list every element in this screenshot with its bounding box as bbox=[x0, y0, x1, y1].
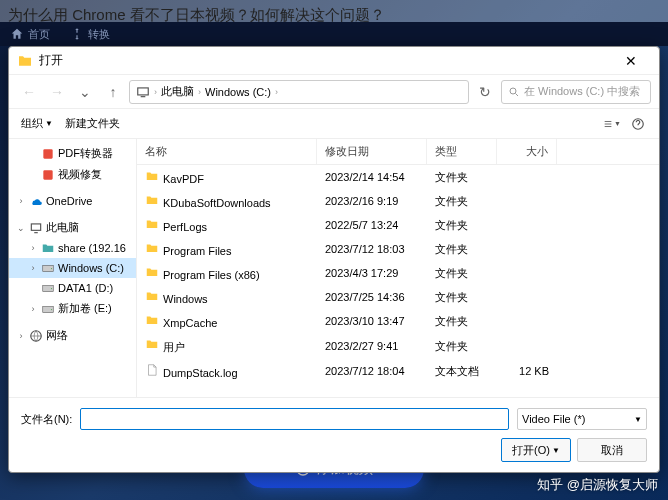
sidebar-item[interactable]: PDF转换器 bbox=[9, 143, 136, 164]
folder-icon bbox=[145, 265, 159, 279]
chevron-icon: › bbox=[16, 331, 26, 341]
open-button[interactable]: 打开(O) ▼ bbox=[501, 438, 571, 462]
folder-icon bbox=[145, 169, 159, 183]
file-size bbox=[497, 269, 557, 277]
taskbar-convert[interactable]: 转换 bbox=[70, 27, 110, 42]
taskbar-home[interactable]: 首页 bbox=[10, 27, 50, 42]
svg-point-7 bbox=[51, 268, 52, 269]
taskbar-home-label: 首页 bbox=[28, 27, 50, 42]
chevron-icon: › bbox=[28, 304, 38, 314]
file-row[interactable]: XmpCache2023/3/10 13:47文件夹 bbox=[137, 309, 659, 333]
file-size bbox=[497, 221, 557, 229]
file-row[interactable]: Program Files (x86)2023/4/3 17:29文件夹 bbox=[137, 261, 659, 285]
breadcrumb-sep: › bbox=[198, 87, 201, 97]
filename-label: 文件名(N): bbox=[21, 412, 72, 427]
file-name: KavPDF bbox=[163, 173, 204, 185]
file-row[interactable]: KavPDF2023/2/14 14:54文件夹 bbox=[137, 165, 659, 189]
file-row[interactable]: Windows2023/7/25 14:36文件夹 bbox=[137, 285, 659, 309]
content-area: PDF转换器视频修复›OneDrive⌄此电脑›share (192.16›Wi… bbox=[9, 139, 659, 397]
file-size bbox=[497, 173, 557, 181]
sidebar-item[interactable]: ⌄此电脑 bbox=[9, 217, 136, 238]
sidebar-item-label: PDF转换器 bbox=[58, 146, 113, 161]
file-name: Program Files bbox=[163, 245, 231, 257]
file-icon bbox=[145, 363, 159, 377]
sidebar-item[interactable]: ›Windows (C:) bbox=[9, 258, 136, 278]
file-row[interactable]: Program Files2023/7/12 18:03文件夹 bbox=[137, 237, 659, 261]
file-name: PerfLogs bbox=[163, 221, 207, 233]
file-name: 用户 bbox=[163, 341, 185, 353]
file-name: DumpStack.log bbox=[163, 367, 238, 379]
dialog-icon bbox=[17, 53, 33, 69]
filename-input[interactable] bbox=[80, 408, 509, 430]
netfolder-icon bbox=[41, 241, 55, 255]
sidebar-item-label: Windows (C:) bbox=[58, 262, 124, 274]
file-type: 文件夹 bbox=[427, 310, 497, 333]
file-row[interactable]: 用户2023/2/27 9:41文件夹 bbox=[137, 333, 659, 359]
sidebar-item[interactable]: ›新加卷 (E:) bbox=[9, 298, 136, 319]
refresh-button[interactable]: ↻ bbox=[473, 80, 497, 104]
file-row[interactable]: PerfLogs2022/5/7 13:24文件夹 bbox=[137, 213, 659, 237]
help-button[interactable] bbox=[629, 115, 647, 133]
file-type: 文件夹 bbox=[427, 190, 497, 213]
sidebar-tree: PDF转换器视频修复›OneDrive⌄此电脑›share (192.16›Wi… bbox=[9, 139, 137, 397]
organize-menu[interactable]: 组织 ▼ bbox=[21, 116, 53, 131]
file-type: 文件夹 bbox=[427, 166, 497, 189]
file-size bbox=[497, 317, 557, 325]
breadcrumb-1[interactable]: 此电脑 bbox=[161, 84, 194, 99]
file-type: 文件夹 bbox=[427, 286, 497, 309]
svg-rect-4 bbox=[43, 170, 52, 179]
sidebar-item[interactable]: ›网络 bbox=[9, 325, 136, 346]
sidebar-item-label: 视频修复 bbox=[58, 167, 102, 182]
breadcrumb-sep: › bbox=[275, 87, 278, 97]
back-button[interactable]: ← bbox=[17, 80, 41, 104]
organize-label: 组织 bbox=[21, 116, 43, 131]
app-icon bbox=[41, 147, 55, 161]
col-size[interactable]: 大小 bbox=[497, 139, 557, 164]
toolbar: 组织 ▼ 新建文件夹 ▼ bbox=[9, 109, 659, 139]
nav-bar: ← → ⌄ ↑ › 此电脑 › Windows (C:) › ↻ 在 Windo… bbox=[9, 75, 659, 109]
chevron-icon: › bbox=[28, 243, 38, 253]
file-size bbox=[497, 245, 557, 253]
forward-button[interactable]: → bbox=[45, 80, 69, 104]
file-row[interactable]: KDubaSoftDownloads2023/2/16 9:19文件夹 bbox=[137, 189, 659, 213]
app-icon bbox=[41, 168, 55, 182]
sidebar-item[interactable]: DATA1 (D:) bbox=[9, 278, 136, 298]
sidebar-item[interactable]: ›share (192.16 bbox=[9, 238, 136, 258]
view-options-button[interactable]: ▼ bbox=[603, 115, 621, 133]
disk-icon bbox=[41, 281, 55, 295]
file-date: 2023/7/12 18:04 bbox=[317, 361, 427, 381]
new-folder-button[interactable]: 新建文件夹 bbox=[65, 116, 120, 131]
col-type[interactable]: 类型 bbox=[427, 139, 497, 164]
disk-icon bbox=[41, 302, 55, 316]
search-input[interactable]: 在 Windows (C:) 中搜索 bbox=[501, 80, 651, 104]
pc-icon bbox=[136, 85, 150, 99]
svg-point-1 bbox=[510, 88, 516, 94]
file-list-header: 名称 修改日期 类型 大小 bbox=[137, 139, 659, 165]
file-date: 2023/7/25 14:36 bbox=[317, 287, 427, 307]
file-size bbox=[497, 197, 557, 205]
file-type: 文本文档 bbox=[427, 360, 497, 383]
close-button[interactable]: ✕ bbox=[611, 53, 651, 69]
file-type: 文件夹 bbox=[427, 335, 497, 358]
file-name: Windows bbox=[163, 293, 208, 305]
breadcrumb[interactable]: › 此电脑 › Windows (C:) › bbox=[129, 80, 469, 104]
sidebar-item[interactable]: ›OneDrive bbox=[9, 191, 136, 211]
folder-icon bbox=[145, 313, 159, 327]
folder-icon bbox=[145, 241, 159, 255]
up-button[interactable]: ↑ bbox=[101, 80, 125, 104]
app-taskbar: 首页 转换 bbox=[0, 22, 668, 46]
file-filter-select[interactable]: Video File (*) ▼ bbox=[517, 408, 647, 430]
col-name[interactable]: 名称 bbox=[137, 139, 317, 164]
cancel-button[interactable]: 取消 bbox=[577, 438, 647, 462]
col-date[interactable]: 修改日期 bbox=[317, 139, 427, 164]
file-type: 文件夹 bbox=[427, 262, 497, 285]
file-row[interactable]: DumpStack.log2023/7/12 18:04文本文档12 KB bbox=[137, 359, 659, 383]
sidebar-item-label: 网络 bbox=[46, 328, 68, 343]
file-date: 2023/7/12 18:03 bbox=[317, 239, 427, 259]
sidebar-item-label: 新加卷 (E:) bbox=[58, 301, 112, 316]
sidebar-item[interactable]: 视频修复 bbox=[9, 164, 136, 185]
breadcrumb-2[interactable]: Windows (C:) bbox=[205, 86, 271, 98]
help-icon bbox=[631, 117, 645, 131]
file-name: Program Files (x86) bbox=[163, 269, 260, 281]
recent-button[interactable]: ⌄ bbox=[73, 80, 97, 104]
